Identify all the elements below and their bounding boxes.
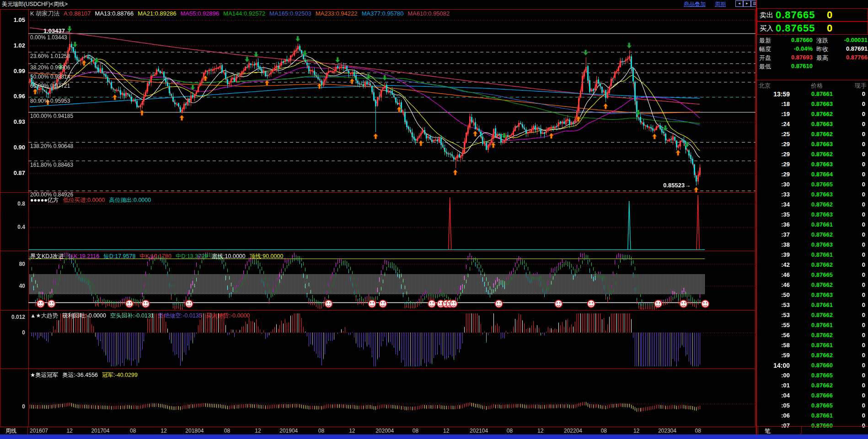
x-axis-tick-label: 12 [537,428,543,434]
tick-row[interactable]: :190.876620 [757,109,868,119]
tick-row[interactable]: :340.876620 [757,200,868,210]
tick-time: :01 [757,382,790,389]
ma-value: MA21:0.89286 [138,10,177,17]
tick-volume: 0 [852,231,865,238]
tick-row[interactable]: :530.876620 [757,310,868,320]
tick-time: :24 [757,121,790,127]
app-root: { "titlebar": { "title": "美元瑞郎(USDCHF)<周… [0,0,868,439]
stat-value: -0.00031 [834,37,868,43]
volume-indicator-value: 高位抛出:0.0000 [109,197,151,203]
tick-row[interactable]: :290.876640 [757,169,868,180]
stat-value: 0.87610 [779,63,813,69]
tick-price: 0.87662 [803,382,841,389]
x-axis-tick-label: 202204 [564,428,582,434]
indicator-tick-label: 0 [0,329,25,336]
quote-panel: 卖出 0.87665 0 买入 0.87655 0 最新0.87660涨跌-0.… [756,0,868,434]
kdj-indicator-value: 短K:19.2116 [68,253,100,259]
fib-level-label: 0.00% 1.03443 [30,34,67,41]
tick-table-header: 北京价格现手 [757,80,868,90]
tick-row[interactable]: :460.876620 [757,280,868,290]
indicator-tick-label: 80 [0,261,25,267]
tick-row[interactable]: :370.876620 [757,230,868,240]
tick-volume: 0 [852,221,865,228]
tick-price: 0.87663 [803,291,841,298]
kdj-panel-header: 界文KDJ改进短K:19.2116短D:17.9578中K:10.1780中D:… [30,253,287,260]
tick-time: :38 [757,241,790,248]
tick-time: :55 [757,322,790,328]
stat-label: 最高 [816,54,828,62]
kdj-indicator-value: 顶线:90.0000 [250,253,284,259]
tick-price: 0.87665 [803,271,841,278]
tick-row[interactable]: :250.876620 [757,129,868,139]
tick-price: 0.87661 [803,221,841,228]
tick-row[interactable]: :560.876620 [757,330,868,340]
tick-row[interactable]: :390.876610 [757,250,868,260]
tick-volume: 0 [852,382,865,389]
tick-time: :19 [757,111,790,117]
tick-row[interactable]: :000.876650 [757,370,868,381]
tick-price: 0.87663 [803,161,841,168]
tick-price: 0.87660 [803,362,841,369]
bottom-scrollbar[interactable] [0,434,868,439]
tick-row[interactable]: 14:000.876600 [757,360,868,370]
trend-indicator-value: 空头回补:-0.0131 [110,312,154,319]
tick-row[interactable]: :350.876630 [757,210,868,220]
tick-volume: 0 [852,352,865,359]
ma-value: MA610:0.95082 [408,10,450,17]
trend-indicator-value: 坚绝做空:-0.0135 [158,312,202,319]
tick-price: 0.87665 [803,181,841,188]
tick-price: 0.87662 [803,312,841,318]
buy-quote-box[interactable]: 买入 0.87655 0 [757,21,868,35]
x-axis-tick-label: 12 [66,428,72,434]
sell-quote-box[interactable]: 卖出 0.87665 0 [757,8,868,21]
tick-row[interactable]: :580.876610 [757,340,868,350]
tick-volume: 0 [852,111,865,117]
tick-time: :46 [757,281,790,288]
trend-panel-title: ▲★大趋势 [30,312,58,319]
price-tick-label: 1.05 [0,16,25,23]
fib-level-label: 38.20% 0.99906 [30,64,70,71]
olympic-panel-header: ★奥运冠军奥运:-36.4556冠军:-40.0299 [30,371,142,379]
ma-value: MA233:0.94222 [316,10,358,17]
sell-label: 卖出 [760,11,773,20]
ma-value: MA55:0.92896 [181,10,220,17]
tick-row[interactable]: :460.876650 [757,270,868,280]
trend-indicator-value: 获利回吐:-0.0000 [62,312,106,319]
tick-price: 0.87662 [803,201,841,208]
tick-row[interactable]: :530.876610 [757,300,868,310]
tick-price: 0.87662 [803,352,841,359]
tick-row[interactable]: :010.876620 [757,381,868,391]
tick-row[interactable]: :360.876610 [757,220,868,230]
tick-time: :29 [757,161,790,168]
tick-row[interactable]: :420.876620 [757,260,868,270]
stat-value: 0.87766 [834,54,868,61]
tick-time: :00 [757,372,790,379]
tick-time: :37 [757,231,790,238]
tick-row[interactable]: :040.876660 [757,391,868,401]
tick-time: :56 [757,332,790,339]
x-axis-tick-label: 08 [318,428,324,434]
x-axis-tick-label: 08 [601,428,607,434]
tick-row[interactable]: :330.876630 [757,190,868,200]
tick-row[interactable]: :500.876630 [757,290,868,300]
tick-time: :35 [757,211,790,218]
tick-row[interactable]: :550.876610 [757,320,868,330]
tick-row[interactable]: 13:590.876610 [757,89,868,99]
stat-value: 0.87691 [834,45,868,52]
ma-value: A:0.88107 [64,10,91,17]
tick-row[interactable]: :240.876630 [757,119,868,129]
period-cell[interactable]: 周线 [0,427,28,434]
tick-row[interactable]: :050.876650 [757,401,868,411]
tick-price: 0.87661 [803,251,841,258]
tick-row[interactable]: :290.876630 [757,139,868,149]
tick-volume: 0 [852,241,865,248]
kdj-indicator-value: 底线:10.0000 [212,253,246,259]
tick-row[interactable]: :380.876630 [757,240,868,250]
ma-value: MA165:0.92503 [269,10,311,17]
tick-row[interactable]: :180.876630 [757,99,868,109]
tick-row[interactable]: :290.876630 [757,159,868,169]
tick-row[interactable]: :060.876610 [757,411,868,421]
tick-row[interactable]: :290.876620 [757,149,868,159]
tick-row[interactable]: :300.876650 [757,180,868,190]
tick-row[interactable]: :590.876620 [757,350,868,360]
